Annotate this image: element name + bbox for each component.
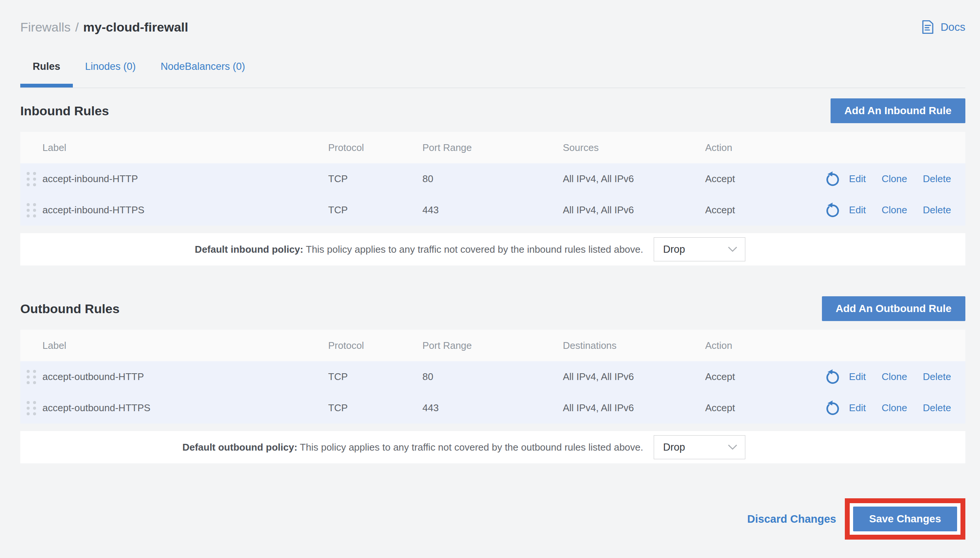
rule-sources: All IPv4, All IPv6 (563, 204, 705, 216)
docs-link[interactable]: Docs (920, 19, 965, 35)
column-header-destinations: Destinations (563, 340, 705, 351)
row-actions: Edit Clone Delete (823, 171, 951, 188)
outbound-policy-text: Default outbound policy: This policy app… (182, 441, 643, 453)
chevron-down-icon (728, 444, 737, 450)
undo-icon[interactable] (823, 400, 841, 417)
tab-linodes[interactable]: Linodes (0) (73, 56, 148, 87)
outbound-rules-title: Outbound Rules (20, 302, 120, 316)
outbound-section-header: Outbound Rules Add An Outbound Rule (20, 296, 965, 321)
rule-protocol: TCP (328, 204, 423, 216)
tab-bar: Rules Linodes (0) NodeBalancers (0) (20, 56, 965, 88)
outbound-table-header: Label Protocol Port Range Destinations A… (20, 330, 965, 361)
outbound-policy-description: This policy applies to any traffic not c… (300, 441, 643, 453)
page-header: Firewalls / my-cloud-firewall Docs (20, 16, 965, 38)
selected-policy-value: Drop (663, 244, 685, 255)
column-header-port-range: Port Range (423, 142, 563, 154)
outbound-rules-table: Label Protocol Port Range Destinations A… (20, 330, 965, 423)
inbound-policy-label: Default inbound policy: (195, 244, 303, 255)
clone-link[interactable]: Clone (882, 173, 907, 185)
rule-sources: All IPv4, All IPv6 (563, 173, 705, 185)
rule-label: accept-inbound-HTTP (43, 173, 328, 185)
rule-port-range: 80 (423, 173, 563, 185)
undo-icon[interactable] (823, 171, 841, 188)
rule-label: accept-outbound-HTTP (43, 371, 328, 382)
drag-handle-icon[interactable] (27, 370, 36, 384)
rule-action: Accept (705, 204, 735, 216)
save-changes-highlight-box: Save Changes (845, 498, 965, 540)
column-header-action: Action (705, 340, 965, 351)
outbound-policy-bar: Default outbound policy: This policy app… (20, 431, 965, 463)
table-row: accept-inbound-HTTPS TCP 443 All IPv4, A… (20, 195, 965, 226)
inbound-rules-title: Inbound Rules (20, 103, 109, 118)
drag-handle-icon[interactable] (27, 203, 36, 217)
column-header-label: Label (43, 340, 328, 351)
delete-link[interactable]: Delete (923, 371, 951, 382)
undo-icon[interactable] (823, 368, 841, 386)
breadcrumb-separator: / (75, 20, 79, 34)
rule-action: Accept (705, 173, 735, 185)
inbound-section-header: Inbound Rules Add An Inbound Rule (20, 98, 965, 123)
table-row: accept-inbound-HTTP TCP 80 All IPv4, All… (20, 163, 965, 195)
discard-changes-link[interactable]: Discard Changes (747, 513, 836, 525)
breadcrumb-firewalls-link[interactable]: Firewalls (20, 20, 70, 34)
rule-port-range: 80 (423, 371, 563, 382)
add-inbound-rule-button[interactable]: Add An Inbound Rule (831, 98, 965, 123)
inbound-table-header: Label Protocol Port Range Sources Action (20, 132, 965, 163)
rule-action: Accept (705, 402, 735, 414)
column-header-action: Action (705, 142, 965, 154)
delete-link[interactable]: Delete (923, 402, 951, 414)
inbound-policy-text: Default inbound policy: This policy appl… (195, 244, 643, 255)
breadcrumb-current-firewall: my-cloud-firewall (84, 20, 188, 34)
drag-handle-icon[interactable] (27, 401, 36, 415)
edit-link[interactable]: Edit (849, 173, 866, 185)
row-actions: Edit Clone Delete (823, 368, 951, 386)
delete-link[interactable]: Delete (923, 173, 951, 185)
default-outbound-policy-select[interactable]: Drop (654, 435, 745, 459)
rule-label: accept-outbound-HTTPS (43, 402, 328, 414)
default-inbound-policy-select[interactable]: Drop (654, 237, 745, 261)
docs-icon (920, 19, 936, 35)
column-header-port-range: Port Range (423, 340, 563, 351)
column-header-protocol: Protocol (328, 142, 423, 154)
docs-label: Docs (941, 21, 965, 33)
save-changes-button[interactable]: Save Changes (853, 507, 957, 531)
rule-port-range: 443 (423, 402, 563, 414)
column-header-protocol: Protocol (328, 340, 423, 351)
inbound-policy-bar: Default inbound policy: This policy appl… (20, 233, 965, 266)
row-actions: Edit Clone Delete (823, 202, 951, 219)
inbound-rules-table: Label Protocol Port Range Sources Action… (20, 132, 965, 226)
rule-protocol: TCP (328, 371, 423, 382)
selected-policy-value: Drop (663, 441, 685, 453)
column-header-sources: Sources (563, 142, 705, 154)
rule-protocol: TCP (328, 173, 423, 185)
breadcrumb: Firewalls / my-cloud-firewall (20, 20, 188, 34)
rule-port-range: 443 (423, 204, 563, 216)
table-row: accept-outbound-HTTP TCP 80 All IPv4, Al… (20, 361, 965, 392)
clone-link[interactable]: Clone (882, 371, 907, 382)
tab-rules[interactable]: Rules (20, 56, 73, 87)
rule-label: accept-inbound-HTTPS (43, 204, 328, 216)
firewall-detail-page: Firewalls / my-cloud-firewall Docs Rules… (0, 16, 980, 540)
rule-destinations: All IPv4, All IPv6 (563, 371, 705, 382)
undo-icon[interactable] (823, 202, 841, 219)
rule-destinations: All IPv4, All IPv6 (563, 402, 705, 414)
outbound-policy-label: Default outbound policy: (182, 441, 297, 453)
add-outbound-rule-button[interactable]: Add An Outbound Rule (822, 296, 965, 321)
clone-link[interactable]: Clone (882, 204, 907, 216)
table-row: accept-outbound-HTTPS TCP 443 All IPv4, … (20, 392, 965, 423)
edit-link[interactable]: Edit (849, 371, 866, 382)
tab-nodebalancers[interactable]: NodeBalancers (0) (148, 56, 257, 87)
chevron-down-icon (728, 246, 737, 252)
inbound-policy-description: This policy applies to any traffic not c… (306, 244, 644, 255)
edit-link[interactable]: Edit (849, 402, 866, 414)
column-header-label: Label (43, 142, 328, 154)
row-actions: Edit Clone Delete (823, 400, 951, 417)
clone-link[interactable]: Clone (882, 402, 907, 414)
edit-link[interactable]: Edit (849, 204, 866, 216)
rule-protocol: TCP (328, 402, 423, 414)
form-actions-footer: Discard Changes Save Changes (20, 498, 965, 540)
drag-handle-icon[interactable] (27, 172, 36, 186)
delete-link[interactable]: Delete (923, 204, 951, 216)
rule-action: Accept (705, 371, 735, 382)
